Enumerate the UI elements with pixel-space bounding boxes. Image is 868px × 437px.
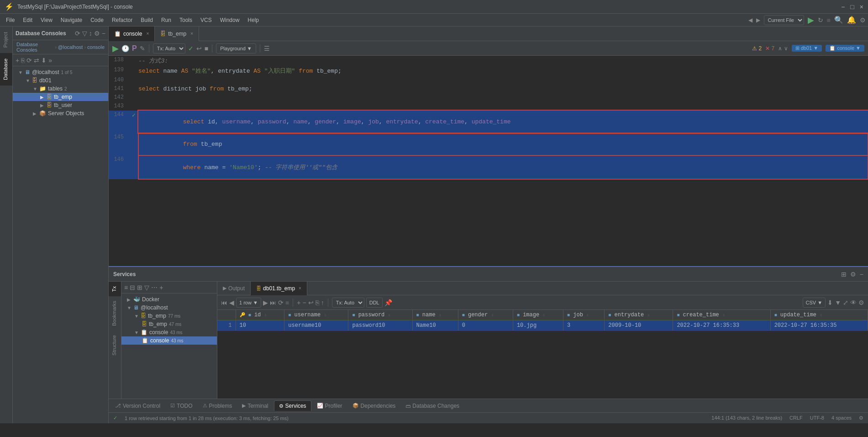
breadcrumb-console[interactable]: console	[87, 44, 105, 50]
add-btn[interactable]: +	[16, 57, 19, 64]
menu-edit[interactable]: Edit	[19, 16, 36, 24]
result-row-1[interactable]: 1 10 username10 password10 Name10 0 10.j…	[217, 320, 868, 331]
menu-run[interactable]: Run	[158, 16, 175, 24]
tree-item-localhost[interactable]: ▼ 🖥 @localhost 1 of 5	[13, 68, 108, 76]
side-tab-project[interactable]: Project	[0, 27, 12, 53]
tab-tb-emp[interactable]: 🗄 tb_emp ×	[155, 27, 199, 41]
settings-result-btn[interactable]: ⚙	[858, 299, 864, 306]
bottom-tab-version-control[interactable]: ⎇ Version Control	[110, 401, 165, 411]
col-header-gender[interactable]: ■ gender ⇕	[458, 310, 513, 320]
first-row-btn[interactable]: ⏮	[221, 299, 227, 306]
menu-file[interactable]: File	[2, 16, 18, 24]
stop-query-btn[interactable]: ■	[205, 45, 208, 52]
cell-job[interactable]: 3	[563, 320, 605, 331]
services-filter-icon[interactable]: ▽	[144, 284, 149, 291]
stop-result-btn[interactable]: ■	[285, 299, 289, 306]
tab-console[interactable]: 📋 console ×	[109, 27, 155, 41]
export-btn[interactable]: ⬇	[827, 299, 833, 306]
cell-update-time[interactable]: 2022-10-27 16:35:35	[770, 320, 868, 331]
close-btn[interactable]: ×	[860, 3, 863, 11]
rerun-btn[interactable]: ↻	[818, 16, 823, 24]
remove-row-btn[interactable]: −	[303, 299, 306, 306]
bottom-tab-problems[interactable]: ⚠ Problems	[198, 401, 237, 411]
menu-window[interactable]: Window	[216, 16, 243, 24]
console-tab-close[interactable]: ×	[146, 31, 149, 36]
bottom-tab-db-changes[interactable]: 🗃 Database Changes	[401, 401, 464, 411]
services-more-icon[interactable]: ⋯	[151, 284, 158, 291]
add-row-btn[interactable]: +	[297, 299, 300, 306]
notification-icon[interactable]: 🔔	[847, 16, 856, 24]
sort-result-btn[interactable]: ▼	[835, 299, 841, 306]
minimize-btn[interactable]: −	[841, 3, 845, 11]
close-service-btn[interactable]: −	[860, 271, 863, 278]
cell-id[interactable]: 10	[236, 320, 284, 331]
breadcrumb-db-consoles[interactable]: Database Consoles	[16, 42, 53, 53]
maximize-btn[interactable]: □	[850, 3, 854, 11]
tree-item-tb-emp[interactable]: ▶ 🗄 tb_emp	[13, 93, 108, 101]
bottom-tab-profiler[interactable]: 📈 Profiler	[312, 401, 347, 411]
menu-refactor[interactable]: Refactor	[108, 16, 136, 24]
bottom-tab-dependencies[interactable]: 📦 Dependencies	[348, 401, 400, 411]
services-group-icon[interactable]: ⊞	[137, 284, 142, 291]
tx-select[interactable]: Tx: Auto	[153, 43, 185, 53]
nav-forward-icon[interactable]: ▶	[756, 17, 760, 23]
commit-btn[interactable]: ✓	[188, 45, 194, 52]
tree-item-tables[interactable]: ▼ 📁 tables 2	[13, 85, 108, 93]
tree-item-server-objects[interactable]: ▶ 📦 Server Objects	[13, 109, 108, 117]
tree-item-db01[interactable]: ▼ 🗄 db01	[13, 76, 108, 85]
cell-image[interactable]: 10.jpg	[513, 320, 563, 331]
services-tab-output[interactable]: ▶ Output	[217, 282, 251, 295]
run-query-btn[interactable]: ▶	[112, 43, 119, 53]
console-badge[interactable]: 📋 console ▼	[826, 45, 864, 52]
services-tree-console-43-child[interactable]: 📋 console 43 ms	[121, 336, 217, 345]
db-badge[interactable]: ⊞ db01 ▼	[792, 45, 822, 52]
menu-build[interactable]: Build	[137, 16, 157, 24]
side-tab-database[interactable]: Database	[0, 53, 12, 85]
tree-item-tb-user[interactable]: ▶ 🗄 tb_user	[13, 101, 108, 109]
col-header-image[interactable]: ■ image ⇕	[513, 310, 563, 320]
refresh-btn[interactable]: ⟳	[26, 57, 32, 64]
menu-navigate[interactable]: Navigate	[57, 16, 86, 24]
services-split-icon[interactable]: ⊟	[130, 284, 135, 291]
services-all-icon[interactable]: ≡	[124, 284, 128, 291]
services-tab-tb-emp[interactable]: 🗄 db01.tb_emp ×	[251, 282, 307, 295]
search-btn[interactable]: 🔍	[834, 16, 843, 24]
breadcrumb-localhost[interactable]: @localhost	[58, 44, 83, 50]
settings-gear-icon[interactable]: ⚙	[860, 16, 866, 24]
result-tx-select[interactable]: Tx: Auto	[332, 298, 364, 308]
sync-schema-btn[interactable]: ⇄	[34, 57, 39, 64]
output-btn[interactable]: ☰	[264, 45, 270, 52]
collapse-icon[interactable]: −	[102, 30, 105, 37]
ddl-btn[interactable]: DDL	[366, 298, 383, 308]
col-header-password[interactable]: ■ password ⇕	[348, 310, 412, 320]
run-btn[interactable]: ▶	[808, 15, 814, 25]
col-header-username[interactable]: ■ username ⇕	[284, 310, 348, 320]
services-side-tab-bookmarks[interactable]: Bookmarks	[109, 296, 121, 330]
status-settings-icon[interactable]: ⚙	[859, 415, 863, 421]
col-header-job[interactable]: ■ job ⇕	[563, 310, 605, 320]
menu-vcs[interactable]: VCS	[197, 16, 216, 24]
import-btn[interactable]: ⬇	[41, 57, 47, 64]
settings-service-btn[interactable]: ⚙	[850, 271, 856, 278]
stop-btn[interactable]: ■	[827, 16, 831, 24]
format-btn[interactable]: ✎	[140, 45, 145, 52]
col-header-id[interactable]: 🔑 ■ id ⇕	[236, 310, 284, 320]
cell-name[interactable]: Name10	[412, 320, 458, 331]
cell-gender[interactable]: 0	[458, 320, 513, 331]
current-file-select[interactable]: Current File	[764, 15, 804, 25]
csv-select[interactable]: CSV ▼	[803, 298, 826, 308]
clone-row-btn[interactable]: ⎘	[316, 299, 319, 306]
refresh-result-btn[interactable]: ⟳	[278, 299, 284, 306]
rollback-btn[interactable]: ↩	[196, 45, 202, 52]
nav-arrows[interactable]: ∧ ∨	[778, 45, 788, 52]
col-header-update-time[interactable]: ■ update_time ⇕	[770, 310, 868, 320]
sync-icon[interactable]: ⟳	[75, 30, 80, 37]
tb-emp-result-close[interactable]: ×	[299, 286, 301, 291]
menu-help[interactable]: Help	[244, 16, 263, 24]
col-header-entrydate[interactable]: ■ entrydate ⇕	[605, 310, 673, 320]
cell-entrydate[interactable]: 2009-10-10	[605, 320, 673, 331]
services-tree-tb-emp-77[interactable]: ▼ 🗄 tb_emp 77 ms	[121, 312, 217, 320]
menu-view[interactable]: View	[37, 16, 56, 24]
cell-create-time[interactable]: 2022-10-27 16:35:33	[673, 320, 770, 331]
filter-icon[interactable]: ▽	[82, 30, 87, 37]
